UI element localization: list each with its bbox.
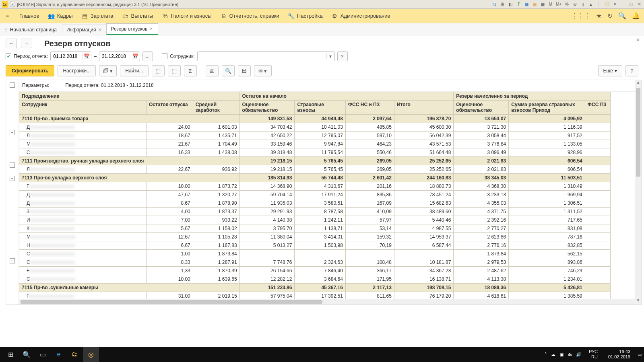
tray-onedrive-icon[interactable]: ☁ — [551, 352, 555, 357]
search-taskbar-icon[interactable]: 🔍 — [19, 347, 35, 362]
group-row[interactable]: 7115 Пр-во .сушильные камеры151 223,8645… — [19, 284, 611, 292]
tray-network-icon[interactable]: 🖧 — [568, 352, 572, 357]
zoom-icon[interactable]: ⊕ — [572, 1, 578, 8]
group-row[interactable]: 7111 Производство, ручная укладка верхне… — [19, 157, 611, 165]
hamburger-icon[interactable]: ≡ — [4, 13, 10, 19]
table-row[interactable]: Лxxxxxxxxxxxxxxxx18,671 435,7142 650,221… — [19, 132, 611, 140]
horizontal-scrollbar[interactable] — [19, 299, 635, 304]
table-row[interactable]: Дxxxxxxxxxxxxxxxx8,671 878,9011 935,033 … — [19, 199, 611, 208]
table-row[interactable]: Дxxxxxxxxxxxxxxxx24,001 601,0334 703,421… — [19, 123, 611, 132]
report-scroll-area[interactable]: Параметры: Период отчета: 01.12.2018 - 3… — [19, 80, 635, 304]
tray-volume-icon[interactable]: 🔊 — [576, 352, 582, 357]
close-window-icon[interactable]: ✕ — [636, 1, 642, 8]
ie-icon[interactable]: e — [51, 347, 67, 362]
table-row[interactable]: Сxxxxxxxxxxxxxxxx16,331 438,0839 318,481… — [19, 148, 611, 157]
1c-taskbar-icon[interactable]: ◎ — [83, 347, 99, 362]
history-icon[interactable]: ↻ — [607, 12, 613, 20]
calendar-icon[interactable]: 📅 — [131, 53, 140, 59]
nav-forward-button[interactable]: → — [21, 39, 32, 48]
tray-app-icon[interactable]: ▣ — [559, 352, 564, 357]
table-row[interactable]: Иxxxxxxxxxxxxxxxx7,00933,224 140,381 242… — [19, 216, 611, 224]
scroll-thumb[interactable] — [636, 88, 640, 177]
table-row[interactable]: Сxxxxxxxxxxxxxxxx10,001 639,5512 282,123… — [19, 275, 611, 284]
email-button[interactable]: ✉ ▾ — [254, 65, 272, 76]
vertical-scrollbar[interactable]: ▲ ▼ — [635, 80, 641, 304]
chevron-down-icon[interactable]: ▾ — [326, 53, 334, 59]
form-close-icon[interactable]: ✕ — [636, 37, 640, 43]
topbar-dropdown-icon[interactable]: ▾ — [612, 1, 618, 8]
calendar-icon[interactable]: ▦ — [523, 1, 530, 8]
save-icon[interactable]: 🖫 — [491, 1, 497, 8]
m-minus-icon[interactable]: M- — [564, 1, 570, 8]
scroll-thumb[interactable] — [21, 300, 322, 304]
sum-button[interactable]: Σ — [184, 65, 197, 76]
tray-clock[interactable]: 16:4301.02.2019 — [605, 349, 634, 360]
tab-reserve[interactable]: Резерв отпусков× — [106, 23, 158, 35]
menu-kadry[interactable]: 👥Кадры — [48, 13, 73, 19]
start-button[interactable]: ⊞ — [2, 347, 19, 362]
table-row[interactable]: Мxxxxxxxxxxxxxxxx12,671 105,2811 380,043… — [19, 233, 611, 241]
employee-checkbox[interactable]: ✔ — [162, 53, 167, 59]
book-icon[interactable]: ▯ — [580, 1, 586, 8]
collapse-groups-button[interactable]: ⬚ — [168, 65, 181, 76]
app-menu-dropdown[interactable]: ▾ — [10, 2, 15, 7]
tab-home[interactable]: ⌂Начальная страница — [2, 24, 62, 35]
menu-zarplata[interactable]: ▤Зарплата — [82, 13, 114, 19]
menu-settings[interactable]: 🔧Настройка — [288, 13, 323, 19]
more-button[interactable]: Еще ▾ — [598, 65, 622, 76]
minimize-icon[interactable]: — — [620, 1, 626, 8]
period-more-button[interactable]: ... — [142, 51, 153, 61]
m-icon[interactable]: M — [547, 1, 554, 8]
generate-button[interactable]: Сформировать — [6, 65, 54, 76]
compare-icon[interactable]: ◧ — [507, 1, 514, 8]
date-from-input[interactable] — [51, 53, 82, 59]
calendar-icon[interactable]: 📅 — [82, 53, 91, 59]
scroll-down-icon[interactable]: ▼ — [635, 298, 641, 304]
grid-icon[interactable]: ▦ — [539, 1, 546, 8]
date-from-field[interactable]: 📅 — [50, 51, 91, 61]
menu-reports[interactable]: 🗎Отчетность, справки — [221, 13, 279, 19]
date-to-field[interactable]: 📅 — [99, 51, 140, 61]
table-row[interactable]: Дxxxxxxxxxxxxxxxx47,671 320,2759 704,141… — [19, 191, 611, 199]
group-row[interactable]: 7110 Пр-во .приемка товара149 831,5844 9… — [19, 115, 611, 123]
table-row[interactable]: Лxxxxxxxxxxxxxxxx22,67936,9219 218,155 7… — [19, 165, 611, 174]
info-icon[interactable]: ⓘ — [604, 1, 610, 8]
employee-input[interactable] — [198, 53, 326, 59]
settings-button[interactable]: Настройки... — [58, 65, 96, 76]
m-plus-icon[interactable]: M+ — [555, 1, 562, 8]
tray-up-icon[interactable]: ˄ — [545, 352, 547, 357]
task-view-icon[interactable]: ▭ — [35, 347, 51, 362]
table-row[interactable]: Еxxxxxxxxxxxxxxxx1,331 870,3926 154,667 … — [19, 267, 611, 275]
maximize-icon[interactable]: ▭ — [628, 1, 634, 8]
menu-nalogi[interactable]: %Налоги и взносы — [162, 13, 211, 19]
outline-toggle[interactable]: − — [10, 258, 15, 263]
upload-icon[interactable]: ⤒ — [515, 1, 522, 8]
menu-admin[interactable]: ⚙Администрирование — [332, 13, 390, 19]
outline-toggle[interactable]: − — [10, 162, 15, 168]
employee-select[interactable]: ▾ — [197, 51, 335, 61]
table-row[interactable]: Мxxxxxxxxxxxxxxxx21,671 704,4933 159,469… — [19, 140, 611, 148]
table-row[interactable]: Сxxxxxxxxxxxxxxxx8,331 287,917 748,762 3… — [19, 258, 611, 267]
star-icon[interactable]: ★ — [596, 12, 602, 20]
table-row[interactable]: Кxxxxxxxxxxxxxxxx5,671 158,023 795,701 1… — [19, 224, 611, 233]
close-icon[interactable]: × — [150, 26, 153, 32]
expand-groups-button[interactable]: ⬚ — [152, 65, 165, 76]
period-checkbox[interactable]: ✔ — [6, 53, 11, 59]
search-icon[interactable]: 🔍 — [618, 12, 626, 20]
menu-main[interactable]: Главное — [19, 13, 39, 19]
find-button[interactable]: Найти... — [120, 65, 148, 76]
outline-toggle[interactable]: − — [10, 130, 15, 135]
apps-icon[interactable]: ⋮⋮⋮ — [571, 12, 590, 20]
print-button[interactable]: 🖶 — [206, 65, 219, 76]
outline-toggle[interactable]: − — [10, 82, 15, 88]
notifications-icon[interactable]: ▭ — [638, 352, 642, 357]
tab-info[interactable]: Информация× — [62, 24, 107, 35]
explorer-icon[interactable]: 🗂 — [67, 347, 83, 362]
scroll-up-icon[interactable]: ▲ — [635, 80, 641, 86]
user-icon[interactable]: ▲ — [588, 1, 594, 8]
save-button[interactable]: 🖫 — [238, 65, 251, 76]
print-icon[interactable]: 🖶 — [499, 1, 506, 8]
close-icon[interactable]: × — [98, 27, 101, 33]
variants-button[interactable]: 🗐 ▾ — [99, 65, 117, 76]
menu-vyplaty[interactable]: 🗂Выплаты — [122, 13, 153, 19]
